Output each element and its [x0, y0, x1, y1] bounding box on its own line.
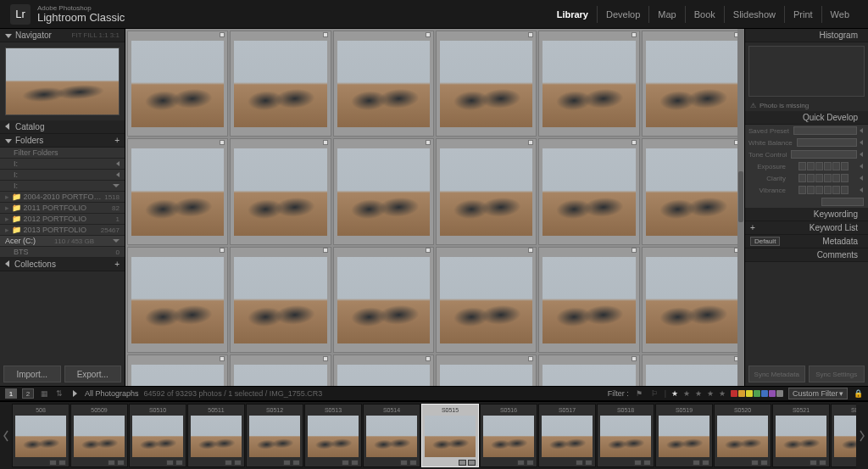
- grid-cell[interactable]: [230, 247, 331, 353]
- flag-icon[interactable]: [528, 356, 533, 361]
- filmstrip-cell[interactable]: S0514: [363, 404, 420, 467]
- filmstrip-cell[interactable]: S0515: [421, 404, 479, 467]
- flag-icon[interactable]: [220, 32, 225, 37]
- star-filter-1[interactable]: ★: [671, 389, 678, 398]
- qd-dropdown[interactable]: [797, 138, 857, 147]
- grid-cell[interactable]: [333, 138, 434, 244]
- section-header-comments[interactable]: Comments: [745, 248, 868, 262]
- qd-disclosure-icon[interactable]: [858, 187, 865, 193]
- grid-cell[interactable]: [333, 31, 434, 137]
- flag-icon[interactable]: [426, 356, 431, 361]
- grid-cell[interactable]: [642, 355, 743, 386]
- color-chip[interactable]: [746, 390, 753, 397]
- view-mode-grid-button[interactable]: 1: [5, 388, 17, 399]
- section-header-keyword-list[interactable]: +Keyword List: [745, 221, 868, 235]
- grid-icon[interactable]: ▦: [39, 388, 49, 399]
- folder-row[interactable]: ▸ 📁2012 PORTFOLIO1: [0, 214, 125, 225]
- grid-cell[interactable]: [230, 355, 331, 386]
- grid-cell[interactable]: [436, 355, 537, 386]
- star-filter-3[interactable]: ★: [695, 389, 702, 398]
- flag-icon[interactable]: [323, 248, 328, 253]
- grid-cell[interactable]: [538, 138, 639, 244]
- navigator-zoom-tools[interactable]: FIT FILL 1:1 3:1: [72, 31, 120, 39]
- grid-cell[interactable]: [127, 247, 228, 353]
- star-filter-4[interactable]: ★: [707, 389, 714, 398]
- metadata-preset-dropdown[interactable]: Default: [750, 237, 780, 246]
- module-tab-print[interactable]: Print: [785, 6, 822, 23]
- add-icon[interactable]: +: [750, 223, 755, 232]
- qd-stepper[interactable]: [798, 186, 849, 194]
- add-collection-icon[interactable]: +: [114, 260, 120, 269]
- flag-icon[interactable]: [323, 32, 328, 37]
- grid-cell[interactable]: [642, 138, 743, 244]
- grid-cell[interactable]: [436, 31, 537, 137]
- filmstrip-cell[interactable]: 50509: [70, 404, 128, 467]
- add-folder-icon[interactable]: +: [114, 136, 120, 145]
- color-chip[interactable]: [731, 390, 737, 397]
- filmstrip-prev-button[interactable]: [0, 402, 12, 469]
- filmstrip-cell[interactable]: 50511: [187, 404, 245, 467]
- grid-scrollbar[interactable]: [737, 29, 744, 386]
- flag-icon[interactable]: [528, 248, 533, 253]
- qd-disclosure-icon[interactable]: [858, 128, 865, 133]
- filmstrip-cell[interactable]: S0519: [655, 404, 713, 467]
- filmstrip-cell[interactable]: S0513: [304, 404, 362, 467]
- filter-folders-row[interactable]: Filter Folders: [0, 148, 125, 159]
- custom-filter-dropdown[interactable]: Custom Filter ▾: [788, 388, 848, 399]
- grid-cell[interactable]: [538, 355, 639, 386]
- flag-icon[interactable]: [632, 248, 637, 253]
- color-chip[interactable]: [738, 390, 745, 397]
- qd-dropdown[interactable]: [793, 126, 857, 135]
- flag-icon[interactable]: [632, 140, 637, 145]
- folder-row[interactable]: ▸ 📁2011 PORTFOLIO82: [0, 203, 125, 214]
- filmstrip-cell[interactable]: S0522: [831, 404, 856, 467]
- filmstrip-cell[interactable]: S0520: [714, 404, 771, 467]
- quick-develop-header[interactable]: Quick Develop: [745, 111, 868, 125]
- grid-cell[interactable]: [127, 138, 228, 244]
- color-chip[interactable]: [776, 390, 783, 397]
- import-button[interactable]: Import...: [3, 366, 61, 382]
- volume-row[interactable]: I:: [0, 159, 125, 170]
- filmstrip-cell[interactable]: S0510: [129, 404, 186, 467]
- flag-icon[interactable]: [632, 356, 637, 361]
- star-filter-2[interactable]: ★: [683, 389, 690, 398]
- filmstrip-cell[interactable]: S0521: [772, 404, 830, 467]
- section-header-keywording[interactable]: Keywording: [745, 208, 868, 221]
- flag-icon[interactable]: [426, 248, 431, 253]
- flag-icon[interactable]: [528, 32, 533, 37]
- flag-icon[interactable]: [323, 356, 328, 361]
- folders-header[interactable]: Folders +: [0, 134, 125, 148]
- drive-row[interactable]: Acer (C:) 110 / 453 GB: [0, 236, 125, 247]
- scrollbar-handle[interactable]: [738, 171, 743, 222]
- navigator-preview[interactable]: [5, 47, 120, 115]
- export-button[interactable]: Export...: [64, 366, 122, 382]
- module-tab-map[interactable]: Map: [649, 6, 685, 23]
- section-header-metadata[interactable]: DefaultMetadata: [745, 235, 868, 248]
- sync-metadata-button[interactable]: Sync Metadata: [748, 366, 805, 382]
- grid-cell[interactable]: [436, 247, 537, 353]
- flag-rejected-icon[interactable]: ⚐: [649, 388, 659, 399]
- volume-row[interactable]: I:: [0, 181, 125, 192]
- filmstrip-next-button[interactable]: [856, 402, 868, 469]
- filmstrip-cell[interactable]: S0512: [246, 404, 303, 467]
- filmstrip-cell[interactable]: S0517: [538, 404, 596, 467]
- grid-cell[interactable]: [127, 355, 228, 386]
- sort-icon[interactable]: ⇅: [54, 388, 64, 399]
- color-chip[interactable]: [769, 390, 776, 397]
- grid-scroll[interactable]: [125, 29, 744, 386]
- flag-icon[interactable]: [426, 32, 431, 37]
- folder-row[interactable]: ▸ 📁2004-2010 PORTFOLIO1518: [0, 192, 125, 203]
- filmstrip-cell[interactable]: 508: [12, 404, 70, 467]
- module-tab-develop[interactable]: Develop: [598, 6, 649, 23]
- module-tab-book[interactable]: Book: [686, 6, 725, 23]
- filmstrip-cell[interactable]: S0516: [480, 404, 537, 467]
- grid-cell[interactable]: [333, 247, 434, 353]
- flag-icon[interactable]: [426, 140, 431, 145]
- module-tab-slideshow[interactable]: Slideshow: [725, 6, 785, 23]
- flag-icon[interactable]: [220, 356, 225, 361]
- qd-dropdown[interactable]: [791, 150, 857, 159]
- reset-all-button[interactable]: [821, 198, 864, 206]
- grid-cell[interactable]: [538, 247, 639, 353]
- sync-settings-button[interactable]: Sync Settings: [809, 366, 865, 382]
- flag-icon[interactable]: [323, 140, 328, 145]
